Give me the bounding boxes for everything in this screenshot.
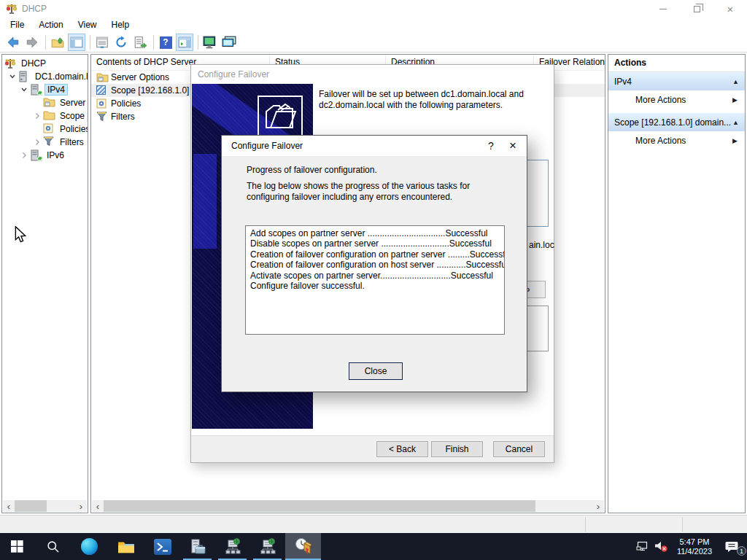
search-button[interactable] (36, 533, 70, 560)
taskbar-powershell-button[interactable] (145, 533, 179, 560)
folder-up-icon (51, 36, 64, 49)
tree-item-server[interactable]: DC1.domain.local (2, 70, 88, 83)
actions-group-label: IPv4 (614, 77, 732, 87)
more-actions-ipv4[interactable]: More Actions ▶ (608, 90, 745, 109)
toolbar-new-window-button[interactable] (220, 34, 238, 51)
ipv4-server-icon (30, 84, 42, 96)
notification-center-button[interactable]: 1 (718, 533, 747, 560)
cancel-button[interactable]: Cancel (493, 441, 545, 457)
toolbar-separator (45, 35, 46, 50)
toolbar-statistics-button[interactable] (201, 34, 219, 51)
chevron-right-icon[interactable] (18, 149, 30, 161)
banner-folder-icon (258, 96, 303, 137)
toolbar-export-list-button[interactable] (131, 34, 149, 51)
restore-icon (694, 6, 700, 12)
scrollbar-thumb[interactable] (15, 500, 47, 512)
windows-cascade-icon (222, 36, 236, 49)
log-line: Disable scopes on partner server .......… (250, 238, 500, 249)
menu-view[interactable]: View (71, 18, 104, 33)
scroll-right-arrow[interactable]: › (75, 500, 87, 512)
actions-group-label: Scope [192.168.1.0] domain... (614, 117, 732, 128)
toolbar-forward-button[interactable] (23, 34, 41, 51)
taskbar-clock[interactable]: 5:47 PM 11/4/2023 (677, 537, 712, 556)
taskbar-edge-button[interactable] (72, 533, 107, 560)
close-icon: × (727, 4, 734, 15)
filter-icon (96, 112, 108, 122)
taskbar-dhcp-button[interactable] (285, 533, 321, 560)
toolbar-back-button[interactable] (4, 34, 22, 51)
chevron-down-icon[interactable] (18, 84, 30, 96)
taskbar: 5:47 PM 11/4/2023 1 (0, 533, 747, 560)
tree-label: IPv6 (44, 150, 66, 160)
dialog-titlebar: Configure Failover ? × (222, 136, 527, 156)
chevron-down-icon[interactable] (7, 71, 18, 82)
log-line: Creation of failover configuration on ho… (250, 260, 500, 270)
chevron-right-icon[interactable] (31, 136, 43, 148)
toolbar-help-button[interactable]: ? (157, 34, 174, 51)
actions-group-ipv4[interactable]: IPv4 ▲ (608, 72, 745, 90)
taskbar-mmc-console-button-2[interactable] (250, 533, 285, 560)
restore-button[interactable] (680, 0, 713, 18)
dialog-close-button[interactable]: × (502, 136, 524, 156)
notification-count-badge: 1 (737, 546, 746, 556)
tree-item-dhcp-root[interactable]: DHCP (2, 57, 88, 70)
toolbar-refresh-button[interactable] (112, 34, 130, 51)
log-line: Activate scopes on partner server.......… (250, 271, 500, 281)
back-button[interactable]: < Back (376, 441, 428, 457)
tree-item-filters[interactable]: Filters (2, 136, 88, 149)
tree-item-ipv6[interactable]: IPv6 (2, 149, 88, 162)
menubar: File Action View Help (0, 18, 747, 33)
network-tray-icon[interactable] (633, 533, 652, 560)
search-icon (47, 540, 60, 553)
log-line: Creation of failover configuration on pa… (250, 249, 500, 260)
scroll-left-arrow[interactable]: ‹ (92, 500, 104, 512)
more-actions-scope[interactable]: More Actions ▶ (608, 131, 745, 149)
statusbar-separator (682, 517, 683, 532)
server-options-folder-icon (43, 97, 55, 109)
log-line: Configure failover successful. (250, 281, 500, 291)
actions-group-scope[interactable]: Scope [192.168.1.0] domain... ▲ (608, 113, 745, 131)
toolbar-up-level-button[interactable] (49, 34, 66, 51)
minimize-button[interactable] (646, 0, 680, 18)
toolbar-properties-button[interactable] (93, 34, 111, 51)
taskbar-server-manager-button[interactable] (180, 533, 214, 560)
finish-button[interactable]: Finish (431, 441, 483, 457)
clock-date: 11/4/2023 (677, 547, 712, 556)
taskbar-mmc-console-button[interactable] (215, 533, 249, 560)
scroll-right-arrow[interactable]: › (592, 500, 604, 512)
scrollbar-thumb[interactable] (104, 500, 535, 512)
dhcp-root-icon (4, 58, 17, 69)
wizard-parameter-value: ain.loc (529, 240, 554, 250)
tree-label: Policies (58, 124, 88, 134)
tree-item-server-options[interactable]: Server Options (2, 96, 88, 109)
tree-item-ipv4[interactable]: IPv4 (2, 83, 88, 96)
log-line: Add scopes on partner server ...........… (250, 228, 500, 238)
progress-text: Progress of failover configuration. (247, 165, 377, 175)
start-button[interactable] (0, 533, 34, 560)
dialog-help-button[interactable]: ? (480, 136, 502, 156)
taskbar-explorer-button[interactable] (109, 533, 143, 560)
tree-item-policies[interactable]: Policies (2, 122, 88, 136)
file-explorer-icon (117, 540, 135, 554)
tree-item-scope[interactable]: Scope [192.168.1.0] (2, 109, 88, 122)
dhcp-console-window: DHCP × File Action View Help ? (0, 0, 747, 560)
volume-muted-tray-icon[interactable] (652, 533, 671, 560)
tree-horizontal-scrollbar[interactable]: ‹ › (3, 500, 87, 512)
toolbar-console-tree-toggle[interactable] (68, 34, 85, 51)
scroll-left-arrow[interactable]: ‹ (3, 500, 15, 512)
toolbar-action-pane-toggle[interactable] (176, 34, 193, 51)
actions-pane: Actions IPv4 ▲ More Actions ▶ Scope [192… (608, 54, 746, 513)
menu-action[interactable]: Action (31, 18, 70, 33)
results-horizontal-scrollbar[interactable]: ‹ › (92, 500, 604, 512)
collapse-icon[interactable]: ▲ (732, 119, 739, 126)
status-bar (0, 515, 747, 533)
menu-help[interactable]: Help (104, 18, 137, 33)
collapse-icon[interactable]: ▲ (732, 78, 739, 85)
policies-icon (43, 123, 55, 135)
menu-file[interactable]: File (3, 18, 31, 33)
chevron-right-icon[interactable] (31, 110, 43, 122)
close-progress-button[interactable]: Close (349, 362, 403, 380)
server-manager-icon (189, 538, 206, 556)
scope-icon (96, 85, 108, 96)
close-button[interactable]: × (713, 0, 747, 18)
